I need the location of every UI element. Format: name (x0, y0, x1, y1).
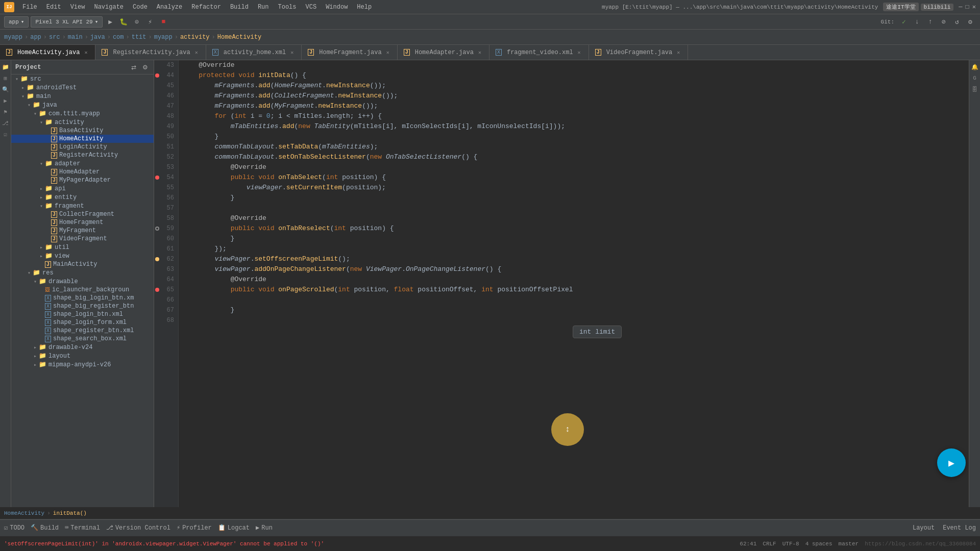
tree-item-mypageradapter[interactable]: JMyPagerAdapter (11, 176, 154, 184)
git-check-btn[interactable]: ✓ (898, 16, 910, 28)
tree-item-src[interactable]: ▾📁 src (11, 74, 154, 83)
device-selector[interactable]: Pixel 3 XL API 29 ▾ (31, 16, 103, 28)
tree-item-adapter[interactable]: ▾📁 adapter (11, 159, 154, 168)
tree-item-util[interactable]: ▸📁 util (11, 243, 154, 252)
tab-homeactivity[interactable]: J HomeActivity.java ✕ (0, 45, 95, 60)
menu-code[interactable]: Code (129, 3, 152, 12)
bc-myapp2[interactable]: myapp (154, 34, 173, 41)
build-btn[interactable]: 🔨 Build (31, 524, 59, 532)
tab-videofragment[interactable]: J VideoFragment.java ✕ (589, 45, 689, 60)
bc-com[interactable]: com (113, 34, 124, 41)
tree-item-shape_login_btn-xml[interactable]: Xshape_login_btn.xml (11, 310, 154, 318)
todo-btn[interactable]: ☑ TODO (4, 524, 24, 532)
tree-item-registeractivity[interactable]: JRegisterActivity (11, 151, 154, 159)
tab-close-videofragment[interactable]: ✕ (675, 49, 681, 56)
structure-icon[interactable]: ⊞ (1, 73, 10, 83)
bc-homeactivity[interactable]: HomeActivity (217, 34, 261, 41)
close-btn[interactable]: ✕ (972, 3, 976, 11)
tree-item-homefragment[interactable]: JHomeFragment (11, 218, 154, 227)
terminal-btn[interactable]: ⌨ Terminal (65, 524, 100, 532)
tree-item-shape_big_register_btn[interactable]: Xshape_big_register_btn (11, 302, 154, 310)
stop-btn[interactable]: ■ (158, 16, 169, 28)
tree-item-mainactivity[interactable]: JMainActivity (11, 260, 154, 268)
tab-activityhome-xml[interactable]: X activity_home.xml ✕ (206, 45, 302, 60)
menu-vcs[interactable]: VCS (302, 3, 321, 12)
tree-item-layout[interactable]: ▸📁 layout (11, 352, 154, 360)
profiler-btn[interactable]: ⚡ Profiler (177, 524, 212, 532)
sidebar-sync-btn[interactable]: ⇄ (129, 63, 138, 72)
menu-refactor[interactable]: Refactor (187, 3, 225, 12)
git-revert-btn[interactable]: ↺ (951, 16, 963, 28)
menu-window[interactable]: Window (322, 3, 352, 12)
tree-item-loginactivity[interactable]: JLoginActivity (11, 143, 154, 151)
project-icon[interactable]: 📁 (1, 62, 10, 71)
tree-item-res[interactable]: ▾📁 res (11, 268, 154, 277)
menu-analyze[interactable]: Analyze (153, 3, 186, 12)
menu-file[interactable]: File (18, 3, 41, 12)
tree-item-baseactivity[interactable]: JBaseActivity (11, 127, 154, 135)
menu-help[interactable]: Help (353, 3, 376, 12)
run-app-btn[interactable]: ▶ (105, 16, 116, 28)
tree-item-homeadapter[interactable]: JHomeAdapter (11, 168, 154, 176)
tree-item-drawable-v24[interactable]: ▸📁 drawable-v24 (11, 343, 154, 352)
tree-item-videofragment[interactable]: JVideoFragment (11, 235, 154, 243)
maximize-btn[interactable]: □ (966, 4, 969, 11)
tab-close-fragmentvideo[interactable]: ✕ (576, 49, 582, 56)
tree-item-java[interactable]: ▾📁 java (11, 101, 154, 109)
run-bottom-btn[interactable]: ▶ Run (256, 524, 273, 532)
git-history-btn[interactable]: ⊘ (938, 16, 949, 28)
event-log-btn[interactable]: Event Log (943, 524, 976, 532)
tab-close-register[interactable]: ✕ (193, 49, 200, 56)
coverage-btn[interactable]: ⊙ (131, 16, 142, 28)
tab-registeractivity[interactable]: J RegisterActivity.java ✕ (95, 45, 206, 60)
tab-close-homefragment[interactable]: ✕ (385, 49, 391, 56)
sidebar-settings-btn[interactable]: ⚙ (140, 63, 150, 72)
menu-navigate[interactable]: Navigate (90, 3, 128, 12)
line-ending[interactable]: CRLF (763, 541, 776, 547)
bc-java[interactable]: java (90, 34, 105, 41)
tree-item-main[interactable]: ▾📁 main (11, 92, 154, 101)
profile-btn[interactable]: ⚡ (144, 16, 156, 28)
tree-item-shape_login_form-xml[interactable]: Xshape_login_form.xml (11, 318, 154, 327)
editor-bc-homeactivity[interactable]: HomeActivity (4, 510, 44, 516)
menu-edit[interactable]: Edit (42, 3, 65, 12)
menu-run[interactable]: Run (254, 3, 273, 12)
tree-item-collectfragment[interactable]: JCollectFragment (11, 210, 154, 218)
tree-item-myfragment[interactable]: JMyFragment (11, 227, 154, 235)
bc-ttit[interactable]: ttit (132, 34, 146, 41)
logo-bilibili[interactable]: bilibili (921, 4, 954, 11)
tree-item-api[interactable]: ▸📁 api (11, 184, 154, 193)
tree-item-ic_launcher_backgroun[interactable]: 🖼 ic_launcher_backgroun (11, 286, 154, 294)
bc-activity[interactable]: activity (180, 34, 210, 41)
logo-tutuit[interactable]: 途途IT学堂 (883, 3, 918, 11)
tree-item-com-ttit-myapp[interactable]: ▾📁 com.ttit.myapp (11, 109, 154, 118)
indent[interactable]: 4 spaces (805, 541, 832, 547)
tree-item-activity[interactable]: ▾📁 activity (11, 118, 154, 127)
bc-myapp[interactable]: myapp (4, 34, 22, 41)
cursor-position[interactable]: 62:41 (740, 541, 756, 547)
menu-tools[interactable]: Tools (274, 3, 301, 12)
tree-item-entity[interactable]: ▸📁 entity (11, 193, 154, 202)
tab-close-homeadapter[interactable]: ✕ (477, 49, 483, 56)
encoding[interactable]: UTF-8 (782, 541, 799, 547)
layout-btn[interactable]: Layout (913, 524, 935, 532)
git-update-btn[interactable]: ↓ (912, 16, 923, 28)
minimize-btn[interactable]: ─ (959, 4, 962, 11)
debug-icon-side[interactable]: ⚑ (1, 107, 10, 116)
tab-close-homeactivity[interactable]: ✕ (83, 49, 89, 56)
bc-main[interactable]: main (68, 34, 83, 41)
debug-btn[interactable]: 🐛 (118, 16, 129, 28)
database-icon[interactable]: 🗄 (970, 85, 979, 94)
tree-item-fragment[interactable]: ▾📁 fragment (11, 202, 154, 210)
tab-fragmentvideo-xml[interactable]: X fragment_video.xml ✕ (489, 45, 589, 60)
notifications-icon[interactable]: 🔔 (970, 62, 979, 71)
bilibili-float-btn[interactable]: ▶ (937, 448, 966, 477)
tree-item-shape_search_box-xml[interactable]: Xshape_search_box.xml (11, 335, 154, 343)
tree-item-shape_big_login_btn-xm[interactable]: Xshape_big_login_btn.xm (11, 294, 154, 302)
tree-item-homeactivity[interactable]: JHomeActivity (11, 135, 154, 143)
bc-app[interactable]: app (30, 34, 41, 41)
logcat-btn[interactable]: 📋 Logcat (218, 524, 250, 532)
app-selector[interactable]: app ▾ (4, 16, 29, 28)
version-control-btn[interactable]: ⎇ Version Control (106, 524, 170, 532)
tab-close-activityhome[interactable]: ✕ (289, 49, 295, 56)
